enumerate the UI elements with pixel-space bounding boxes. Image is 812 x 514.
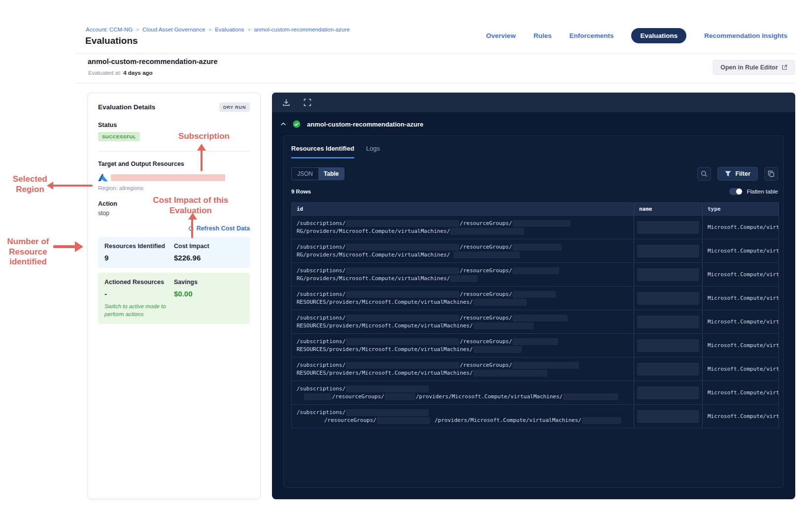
download-icon[interactable]	[282, 98, 290, 106]
redacted-value	[512, 362, 579, 369]
cost-impact-value: $226.96	[174, 254, 243, 262]
evaluation-name: anmol-custom-recommendation-azure	[88, 58, 217, 65]
flatten-table-toggle[interactable]: Flatten table	[729, 188, 778, 195]
cost-impact-label: Cost Impact	[174, 243, 243, 250]
redacted-name	[637, 268, 699, 281]
redacted-value	[474, 346, 522, 353]
id-cell: /subscriptions//resourceGroups//provider…	[292, 381, 634, 404]
table-row[interactable]: /subscriptions//resourceGroups/RG/provid…	[292, 239, 778, 262]
view-toggle-table[interactable]: Table	[318, 168, 344, 180]
card-title: Evaluation Details	[98, 103, 155, 111]
redacted-value	[346, 386, 429, 392]
results-panel-toolbar	[272, 93, 795, 112]
search-button[interactable]	[697, 167, 711, 181]
redacted-value	[474, 299, 527, 306]
fullscreen-icon[interactable]	[304, 98, 311, 106]
redacted-value	[512, 338, 558, 345]
tab-evaluations[interactable]: Evaluations	[631, 28, 686, 43]
open-rule-editor-button[interactable]: Open in Rule Editor	[713, 60, 795, 75]
table-row[interactable]: /subscriptions//resourceGroups//provider…	[292, 404, 778, 428]
id-cell: /subscriptions//resourceGroups/RG/provid…	[292, 263, 634, 286]
redacted-value	[563, 393, 618, 400]
table-row[interactable]: /subscriptions//resourceGroups/RESOURCES…	[292, 286, 778, 310]
page-title: Evaluations	[85, 35, 138, 46]
results-tab-resources-identified[interactable]: Resources Identified	[291, 145, 354, 159]
resources-identified-value: 9	[104, 254, 174, 262]
redacted-name	[637, 316, 699, 328]
results-tab-logs[interactable]: Logs	[366, 145, 380, 159]
redacted-value	[377, 417, 430, 424]
table-row[interactable]: /subscriptions//resourceGroups//provider…	[292, 381, 778, 404]
annotation-resource-count: Number of Resource identified	[2, 237, 54, 267]
azure-icon	[98, 174, 108, 182]
redacted-value	[346, 220, 459, 227]
breadcrumb: Account: CCM-NG>Cloud Asset Governance>E…	[86, 27, 350, 32]
view-toggle: JSONTable	[291, 167, 344, 180]
identified-cost-box: Resources Identified 9 Cost Impact $226.…	[98, 237, 250, 268]
copy-button[interactable]	[764, 167, 778, 181]
table-row[interactable]: /subscriptions//resourceGroups/RESOURCES…	[292, 310, 778, 333]
table-header-row: idnametype	[292, 203, 778, 215]
evaluated-at-label: Evaluated at:	[88, 70, 121, 76]
nav-tabs: OverviewRulesEnforcementsEvaluationsReco…	[486, 28, 787, 43]
column-header-type: type	[703, 203, 778, 215]
breadcrumb-item-cloud-asset-governance[interactable]: Cloud Asset Governance	[142, 27, 205, 32]
redacted-value	[346, 291, 459, 298]
name-cell	[634, 405, 703, 428]
type-cell: Microsoft.Compute/virtu	[703, 381, 778, 404]
redacted-name	[637, 363, 699, 376]
resource-count-arrow-line	[53, 245, 76, 248]
table-row[interactable]: /subscriptions//resourceGroups/RESOURCES…	[292, 333, 778, 357]
filter-button[interactable]: Filter	[717, 167, 758, 181]
tab-enforcements[interactable]: Enforcements	[569, 32, 613, 39]
redacted-value	[450, 275, 477, 282]
table-row[interactable]: /subscriptions//resourceGroups/RESOURCES…	[292, 357, 778, 381]
type-cell: Microsoft.Compute/virtu	[703, 334, 778, 357]
table-row[interactable]: /subscriptions//resourceGroups/RG/provid…	[292, 215, 778, 239]
table-row[interactable]: /subscriptions//resourceGroups/RG/provid…	[292, 262, 778, 286]
breadcrumb-item-account-ccm-ng[interactable]: Account: CCM-NG	[86, 27, 133, 32]
type-cell: Microsoft.Compute/virtu	[703, 263, 778, 286]
redacted-name	[637, 221, 699, 234]
rows-count: 9 Rows	[291, 189, 311, 194]
tab-overview[interactable]: Overview	[486, 32, 516, 39]
redacted-value	[474, 322, 534, 329]
redacted-name	[637, 339, 699, 352]
results-inner-panel: Resources IdentifiedLogs JSONTable Filte…	[283, 135, 784, 488]
tab-recommendation-insights[interactable]: Recommendation Insights	[704, 32, 787, 39]
filter-label: Filter	[735, 170, 750, 177]
redacted-value	[512, 291, 556, 298]
name-cell	[634, 287, 703, 310]
breadcrumb-item-anmol-custom-recommendation-azure[interactable]: anmol-custom-recommendation-azure	[254, 27, 349, 32]
type-cell: Microsoft.Compute/virtu	[703, 239, 778, 262]
collapse-chevron-icon[interactable]	[280, 122, 286, 126]
results-evaluation-name: anmol-custom-recommendation-azure	[307, 121, 423, 128]
subscription-arrow-line	[201, 150, 203, 171]
status-badge: SUCCESSFUL	[98, 132, 140, 141]
redacted-value	[385, 393, 415, 400]
redacted-name	[637, 386, 699, 399]
redacted-value	[453, 252, 520, 258]
redacted-name	[637, 292, 699, 305]
view-toggle-json[interactable]: JSON	[292, 168, 318, 180]
annotation-subscription: Subscription	[168, 131, 240, 142]
type-cell: Microsoft.Compute/virtu	[703, 287, 778, 310]
resource-count-arrow-icon	[75, 241, 83, 252]
type-cell: Microsoft.Compute/virtu	[703, 405, 778, 428]
refresh-label: Refresh Cost Data	[197, 225, 250, 232]
redacted-name	[637, 245, 699, 257]
external-link-icon	[781, 64, 787, 70]
id-cell: /subscriptions//resourceGroups/RESOURCES…	[292, 357, 634, 381]
redacted-value	[346, 338, 459, 345]
column-header-name: name	[634, 203, 703, 215]
breadcrumb-item-evaluations[interactable]: Evaluations	[215, 27, 244, 32]
evaluation-results-panel: anmol-custom-recommendation-azure Resour…	[272, 93, 795, 499]
resources-table: idnametype/subscriptions//resourceGroups…	[291, 202, 779, 428]
refresh-cost-data-link[interactable]: Refresh Cost Data	[188, 225, 250, 232]
name-cell	[634, 381, 703, 404]
redacted-value	[512, 220, 571, 227]
type-cell: Microsoft.Compute/virtu	[703, 310, 778, 333]
name-cell	[634, 334, 703, 357]
redacted-value	[346, 362, 459, 369]
tab-rules[interactable]: Rules	[534, 32, 552, 39]
